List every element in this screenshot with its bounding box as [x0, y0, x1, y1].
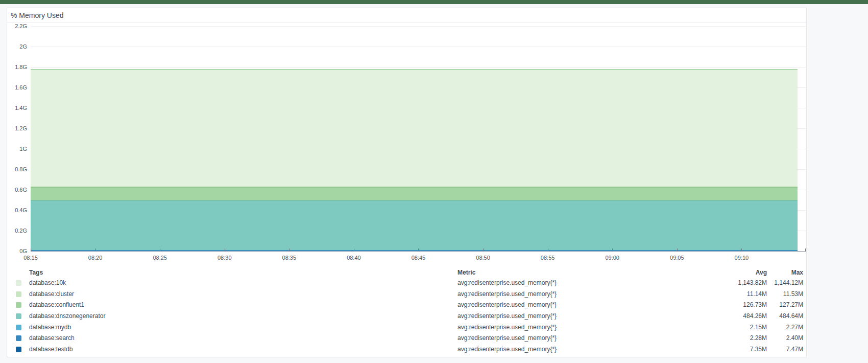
series-area-dnszonegenerator[interactable]: [31, 200, 798, 250]
legend-metric: avg:redisenterprise.used_memory{*}: [457, 300, 557, 311]
y-axis-label: 1.2G: [7, 125, 27, 132]
x-axis-tick: [354, 248, 354, 252]
x-axis-label: 08:35: [274, 254, 304, 261]
legend-header-tags: Tags: [29, 267, 43, 278]
legend-row[interactable]: database:mydbavg:redisenterprise.used_me…: [7, 322, 806, 333]
plot-area[interactable]: [31, 24, 806, 252]
gridline: [31, 67, 806, 67]
x-axis-end-tick: [805, 248, 806, 252]
series-area-cluster[interactable]: [31, 186, 798, 187]
legend-tag: database:cluster: [29, 289, 74, 300]
series-color-swatch[interactable]: [16, 325, 21, 330]
y-axis-label: 0.6G: [7, 187, 27, 193]
x-axis-tick: [95, 248, 96, 252]
legend-row[interactable]: database:testdbavg:redisenterprise.used_…: [7, 344, 806, 355]
x-axis-tick: [741, 248, 742, 252]
legend-max-value: 484.64M: [747, 311, 803, 322]
legend-row[interactable]: database:confluent1avg:redisenterprise.u…: [7, 300, 806, 311]
legend-metric: avg:redisenterprise.used_memory{*}: [457, 333, 557, 344]
legend-header-metric: Metric: [457, 267, 475, 278]
y-axis-label: 1.8G: [7, 64, 27, 71]
y-axis-label: 1G: [7, 146, 27, 152]
y-axis-label: 1.4G: [7, 105, 27, 111]
x-axis-label: 08:25: [144, 254, 175, 261]
y-axis-label: 2G: [7, 43, 27, 50]
legend-metric: avg:redisenterprise.used_memory{*}: [457, 344, 557, 355]
legend-table: Tags Metric Avg Max database:10kavg:redi…: [7, 267, 806, 355]
legend-rows: database:10kavg:redisenterprise.used_mem…: [7, 278, 806, 355]
x-axis-label: 08:50: [468, 254, 498, 261]
series-area-10k[interactable]: [31, 69, 798, 186]
series-color-swatch[interactable]: [16, 313, 21, 319]
x-axis-label: 09:05: [662, 254, 692, 261]
legend-max-value: 2.27M: [747, 322, 803, 333]
y-axis-label: 0.4G: [7, 207, 27, 214]
legend-tag: database:search: [29, 333, 75, 344]
legend-tag: database:confluent1: [29, 300, 84, 311]
legend-max-value: 7.47M: [747, 344, 803, 355]
x-axis-label: 08:30: [209, 254, 240, 261]
x-axis-label: 08:15: [15, 254, 46, 261]
y-axis-label: 1.6G: [7, 84, 27, 91]
legend-max-value: 11.53M: [747, 289, 803, 300]
legend-metric: avg:redisenterprise.used_memory{*}: [457, 311, 557, 322]
legend-tag: database:testdb: [29, 344, 73, 355]
legend-tag: database:mydb: [29, 322, 71, 333]
y-axis-label: 0.2G: [7, 228, 27, 234]
series-color-swatch[interactable]: [16, 291, 21, 297]
x-axis-label: 08:40: [339, 254, 369, 261]
legend-row[interactable]: database:clusteravg:redisenterprise.used…: [7, 289, 806, 300]
x-axis-tick: [677, 248, 678, 252]
x-axis-label: 08:55: [533, 254, 563, 261]
series-color-swatch[interactable]: [16, 335, 21, 341]
series-color-swatch[interactable]: [16, 302, 21, 308]
x-axis-tick: [612, 248, 613, 252]
legend-max-value: 2.40M: [747, 333, 803, 344]
gridline: [31, 26, 806, 27]
x-axis: 08:1508:2008:2508:3008:3508:4008:4508:50…: [31, 254, 806, 261]
x-axis-tick: [418, 248, 419, 252]
x-axis-tick: [225, 248, 225, 252]
x-axis-label: 09:00: [597, 254, 628, 261]
x-axis-tick: [548, 248, 548, 252]
legend-tag: database:10k: [29, 278, 66, 289]
x-axis-tick: [160, 248, 160, 252]
x-axis-tick: [483, 248, 484, 252]
y-axis-label: 2.2G: [7, 23, 27, 30]
y-axis-label: 0.8G: [7, 166, 27, 173]
x-axis-label: 08:45: [403, 254, 433, 261]
legend-row[interactable]: database:dnszonegeneratoravg:redisenterp…: [7, 311, 806, 322]
legend-metric: avg:redisenterprise.used_memory{*}: [457, 289, 557, 300]
series-area-confluent1[interactable]: [31, 187, 798, 200]
legend-row[interactable]: database:10kavg:redisenterprise.used_mem…: [7, 278, 806, 289]
gridline: [31, 47, 806, 47]
legend-metric: avg:redisenterprise.used_memory{*}: [457, 278, 557, 289]
legend-header-max: Max: [747, 267, 803, 278]
series-color-swatch[interactable]: [16, 347, 21, 352]
legend-row[interactable]: database:searchavg:redisenterprise.used_…: [7, 333, 806, 344]
x-axis-label: 08:20: [80, 254, 111, 261]
x-axis-tick: [31, 248, 31, 252]
x-axis-tick: [289, 248, 290, 252]
top-accent-bar: [0, 0, 868, 4]
widget-header: % Memory Used: [7, 8, 806, 22]
widget-title: % Memory Used: [11, 11, 63, 19]
y-axis: 2.2G2G1.8G1.6G1.4G1.2G1G0.8G0.6G0.4G0.2G…: [7, 24, 29, 252]
memory-used-widget: % Memory Used 2.2G2G1.8G1.6G1.4G1.2G1G0.…: [7, 8, 807, 357]
legend-tag: database:dnszonegenerator: [29, 311, 105, 322]
series-color-swatch[interactable]: [16, 280, 21, 286]
legend-max-value: 1,144.12M: [747, 278, 803, 289]
x-axis-label: 09:10: [726, 254, 757, 261]
legend-header-row: Tags Metric Avg Max: [7, 267, 806, 278]
legend-max-value: 127.27M: [747, 300, 803, 311]
legend-metric: avg:redisenterprise.used_memory{*}: [457, 322, 557, 333]
